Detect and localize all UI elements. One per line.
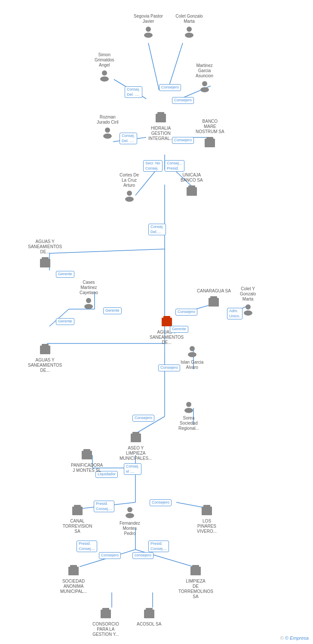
- svg-rect-90: [210, 296, 217, 299]
- svg-point-43: [105, 128, 110, 133]
- svg-rect-47: [158, 115, 160, 117]
- building-icon-limpieza: [188, 562, 203, 578]
- svg-rect-139: [204, 508, 206, 510]
- badge-consejero-2[interactable]: Consejero: [172, 97, 194, 104]
- badge-presid-consej-3[interactable]: Presid.Consej....: [148, 540, 169, 553]
- svg-rect-138: [203, 505, 210, 507]
- badge-gerente-2[interactable]: Gerente: [103, 307, 122, 315]
- badge-consejero-1[interactable]: Consejero: [159, 84, 181, 91]
- svg-rect-51: [160, 118, 162, 120]
- badge-consej-del-main[interactable]: Consej.Del....: [148, 223, 166, 236]
- svg-rect-103: [47, 347, 49, 349]
- svg-point-109: [186, 402, 191, 407]
- svg-rect-75: [47, 261, 49, 262]
- svg-rect-74: [45, 261, 46, 262]
- person-icon-islan: [184, 343, 200, 359]
- svg-rect-76: [42, 263, 44, 265]
- node-los-pinares: LOSPINARESVIVERO...: [197, 502, 217, 534]
- svg-rect-104: [42, 350, 44, 352]
- building-icon-acosol: [141, 605, 157, 621]
- badge-consej-del-aseo[interactable]: Consej.el ....: [124, 463, 141, 475]
- node-fernandez: FernandezMontesPedro: [120, 504, 140, 536]
- svg-rect-78: [47, 263, 49, 265]
- building-icon-sociedad: [66, 562, 81, 578]
- svg-rect-113: [133, 435, 135, 437]
- badge-gerente-main[interactable]: Gerente: [170, 325, 188, 333]
- badge-adm-unico[interactable]: Adm.Unico.: [227, 307, 242, 320]
- node-colet-marta-top: Colet Gonzalo Marta: [172, 13, 206, 39]
- node-unicaja: UNICAJABANCO SA: [181, 172, 203, 198]
- svg-rect-52: [163, 118, 165, 120]
- svg-rect-115: [138, 435, 140, 437]
- node-hidralia: HIDRALIAGESTIONINTEGRAL...: [148, 109, 173, 141]
- svg-rect-133: [77, 511, 79, 513]
- node-aguas2: AGUAS YSANEAMIENTOSDE...: [28, 341, 62, 373]
- svg-point-62: [125, 197, 134, 202]
- node-simon: SimonGrimaldosAngel: [95, 52, 114, 83]
- node-panificadora: PANIFICADORAJ MONTES SL: [71, 447, 103, 473]
- badge-consejero-canaragua[interactable]: Consejero: [175, 308, 197, 316]
- svg-rect-64: [188, 185, 195, 188]
- person-icon-sorea: [181, 399, 196, 415]
- svg-rect-70: [194, 191, 196, 193]
- svg-rect-105: [45, 350, 46, 352]
- svg-rect-82: [163, 316, 170, 319]
- svg-point-110: [184, 408, 193, 413]
- badge-consej-del-rozman[interactable]: Consej.Del. ....: [120, 132, 137, 145]
- svg-rect-73: [42, 261, 44, 262]
- svg-rect-158: [193, 571, 194, 573]
- badge-gerente-1[interactable]: Gerente: [56, 270, 74, 278]
- svg-rect-150: [71, 571, 72, 573]
- building-icon-aguas1: [37, 255, 53, 270]
- svg-point-80: [84, 304, 93, 309]
- building-icon-hidralia: [153, 109, 169, 125]
- svg-rect-122: [86, 453, 88, 454]
- svg-rect-146: [70, 565, 77, 568]
- svg-point-40: [100, 76, 109, 82]
- node-limpieza: LIMPIEZADETORREMOLINOS SA: [178, 562, 213, 599]
- svg-rect-100: [42, 344, 49, 346]
- badge-gerente-3[interactable]: Gerente: [56, 318, 74, 325]
- svg-rect-116: [133, 438, 135, 440]
- svg-rect-123: [89, 453, 91, 454]
- svg-rect-125: [86, 455, 88, 457]
- badge-presid-consej-1[interactable]: Presid.Consej....: [94, 500, 114, 513]
- svg-point-97: [245, 304, 251, 310]
- svg-rect-154: [192, 565, 199, 568]
- svg-point-98: [244, 310, 252, 316]
- svg-rect-118: [138, 438, 140, 440]
- node-canal: CANAL TORREVISION SA: [60, 502, 95, 534]
- badge-consejero-center[interactable]: Consejero: [150, 499, 172, 507]
- node-aseo: ASEO YLIMPIEZAMUNICIPALES...: [120, 429, 152, 461]
- badge-consejero-islan[interactable]: Consejero: [158, 364, 180, 372]
- svg-line-0: [148, 43, 159, 90]
- svg-rect-128: [74, 505, 81, 507]
- svg-point-108: [188, 352, 196, 357]
- badge-consej-del-1[interactable]: Consej.Del. ....: [125, 86, 142, 98]
- svg-rect-130: [77, 508, 79, 510]
- svg-rect-92: [213, 300, 215, 301]
- svg-rect-126: [89, 455, 91, 457]
- svg-rect-77: [45, 263, 46, 265]
- building-icon-canal: [70, 502, 85, 518]
- svg-point-135: [127, 507, 132, 512]
- badge-consejero-banco[interactable]: Consejero: [172, 137, 194, 144]
- building-icon-aseo: [128, 429, 144, 445]
- svg-rect-176: [151, 614, 153, 616]
- badge-consejero-sorea[interactable]: Consejero: [132, 414, 154, 422]
- node-colet-y-gonzalo: Colet YGonzaloMarta: [240, 286, 256, 317]
- svg-rect-171: [146, 611, 148, 613]
- svg-rect-170: [146, 608, 153, 611]
- svg-point-39: [102, 70, 107, 76]
- badge-consej-presid[interactable]: Consej...Presid.: [165, 160, 184, 172]
- svg-rect-101: [42, 347, 44, 349]
- badge-secr-no-consej[interactable]: Secr. NoConsej.: [143, 160, 163, 172]
- svg-rect-87: [166, 322, 168, 324]
- badge-presid-consej-2[interactable]: Presid.Consej....: [77, 540, 97, 553]
- svg-point-42: [200, 87, 209, 92]
- badge-consejero-lower-1[interactable]: Consejero: [99, 552, 121, 559]
- svg-rect-85: [169, 319, 171, 321]
- badge-consejero-lower-2[interactable]: consejero: [132, 552, 153, 559]
- svg-rect-151: [73, 571, 75, 573]
- svg-point-36: [144, 33, 153, 38]
